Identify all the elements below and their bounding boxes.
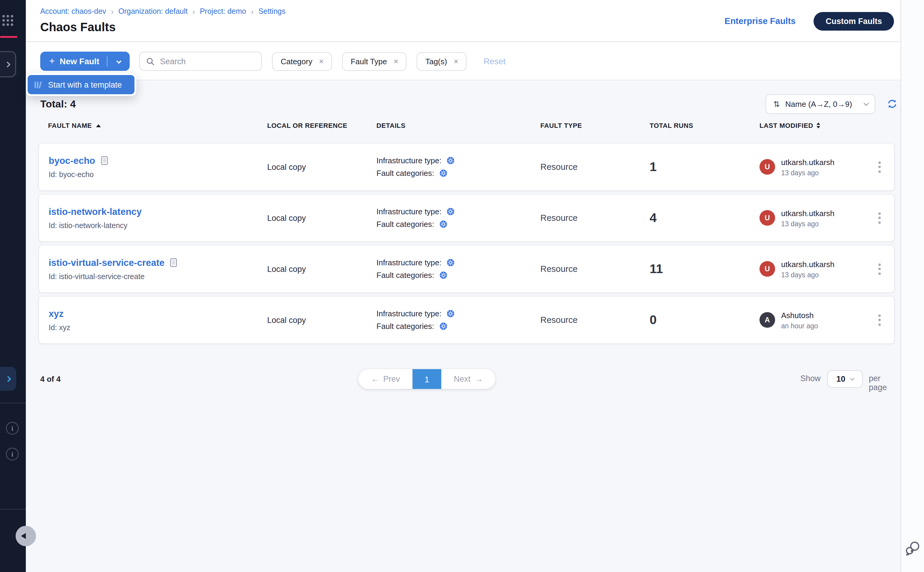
chevron-separator-icon: › [111, 8, 114, 15]
avatar: U [759, 159, 775, 175]
total-runs-value: 4 [650, 211, 759, 225]
fault-categories-label: Fault categories: [376, 169, 434, 178]
chevron-down-icon[interactable] [108, 59, 130, 63]
table-row[interactable]: istio-virtual-service-create Id: istio-v… [39, 245, 894, 293]
filter-chip-fault-type[interactable]: Fault Type × [342, 52, 407, 70]
page-size-select[interactable]: 10 [828, 370, 863, 388]
chaos-faults-page: i i Account: chaos-dev › Organization: d… [0, 0, 924, 572]
start-with-template-item[interactable]: Start with a template [28, 75, 134, 94]
left-nav-rail: i i [0, 0, 26, 572]
filter-chip-category[interactable]: Category × [272, 52, 332, 70]
close-icon[interactable]: × [454, 57, 458, 66]
header-actions: Enterprise Faults Custom Faults [725, 0, 894, 42]
chevron-right-icon [5, 376, 11, 382]
column-total-runs: TOTAL RUNS [650, 122, 759, 129]
column-last-modified[interactable]: LAST MODIFIED [759, 122, 813, 129]
last-modified-cell: U utkarsh.utkarsh 13 days ago [759, 208, 865, 227]
breadcrumb-settings[interactable]: Settings [258, 7, 285, 16]
modified-time: 13 days ago [781, 220, 835, 227]
expand-panel-button[interactable] [0, 367, 16, 391]
sort-select[interactable]: ⇅ Name (A→Z, 0→9) [765, 94, 875, 114]
table-header-row: FAULT NAME LOCAL OR REFERENCE DETAILS FA… [39, 122, 894, 129]
infrastructure-type-label: Infrastructure type: [376, 309, 442, 318]
reset-filters-link[interactable]: Reset [484, 56, 506, 66]
close-icon[interactable]: × [394, 57, 398, 66]
custom-faults-button[interactable]: Custom Faults [814, 12, 894, 30]
modified-time: 13 days ago [781, 271, 835, 278]
infrastructure-type-label: Infrastructure type: [376, 156, 442, 165]
fault-name-link[interactable]: byoc-echo [49, 155, 95, 166]
modified-by-user: Ashutosh [781, 311, 818, 320]
fault-id: Id: istio-network-latency [49, 221, 267, 230]
row-menu-button[interactable] [865, 161, 894, 173]
total-runs-value: 11 [650, 262, 759, 276]
breadcrumb-organization[interactable]: Organization: default [118, 7, 188, 16]
close-icon[interactable]: × [319, 57, 324, 66]
sort-asc-icon [96, 124, 101, 127]
new-fault-button[interactable]: + New Fault [40, 51, 130, 71]
search-input[interactable] [160, 57, 250, 66]
infrastructure-type-label: Infrastructure type: [376, 207, 442, 216]
sort-both-icon [817, 123, 820, 129]
sidebar-collapse-handle[interactable] [16, 526, 36, 546]
table-row[interactable]: istio-network-latency Id: istio-network-… [39, 194, 894, 242]
show-label: Show [800, 374, 821, 383]
modified-time: an hour ago [781, 322, 818, 329]
fault-type-value: Resource [540, 213, 650, 223]
divider [0, 403, 26, 403]
kubernetes-icon[interactable] [439, 169, 447, 177]
refresh-button[interactable] [887, 98, 898, 111]
breadcrumb-project[interactable]: Project: demo [200, 7, 246, 16]
fault-name-link[interactable]: xyz [49, 308, 64, 319]
kubernetes-icon[interactable] [439, 271, 447, 279]
filter-chip-tags[interactable]: Tag(s) × [417, 52, 467, 70]
last-modified-cell: U utkarsh.utkarsh 13 days ago [759, 260, 865, 278]
modified-time: 13 days ago [781, 169, 835, 176]
app-grid-icon[interactable] [2, 15, 13, 25]
column-fault-type: FAULT TYPE [540, 122, 650, 129]
table-row[interactable]: byoc-echo Id: byoc-echo Local copy Infra… [39, 143, 894, 191]
arrow-right-icon: → [474, 375, 483, 384]
fault-type-value: Resource [540, 162, 650, 172]
breadcrumb-account[interactable]: Account: chaos-dev [40, 7, 106, 16]
chat-help-icon[interactable] [904, 540, 921, 558]
document-icon[interactable] [170, 258, 177, 267]
fault-id: Id: byoc-echo [49, 170, 267, 179]
kubernetes-icon[interactable] [447, 259, 455, 266]
chevron-right-icon [5, 61, 11, 67]
modified-by-user: utkarsh.utkarsh [781, 208, 835, 218]
plus-icon: + [49, 56, 55, 66]
prev-page-button[interactable]: ← Prev [358, 369, 412, 389]
avatar: A [759, 312, 775, 328]
breadcrumb: Account: chaos-dev › Organization: defau… [40, 7, 285, 16]
expand-nav-button[interactable] [0, 51, 16, 78]
chevron-down-icon [850, 376, 854, 380]
page-1-button[interactable]: 1 [412, 369, 441, 389]
info-icon[interactable]: i [6, 422, 19, 435]
kubernetes-icon[interactable] [447, 208, 455, 216]
kubernetes-icon[interactable] [447, 157, 455, 165]
fault-type-value: Resource [540, 264, 650, 274]
search-icon [146, 57, 155, 66]
table-row[interactable]: xyz Id: xyz Local copy Infrastructure ty… [39, 296, 894, 344]
avatar: U [759, 210, 775, 226]
new-fault-dropdown: Start with a template [26, 73, 136, 96]
chevron-down-icon [864, 101, 868, 106]
row-menu-button[interactable] [865, 314, 894, 326]
local-or-reference-value: Local copy [267, 264, 376, 274]
enterprise-faults-link[interactable]: Enterprise Faults [725, 16, 796, 26]
row-menu-button[interactable] [865, 263, 894, 275]
document-icon[interactable] [101, 156, 108, 165]
fault-name-link[interactable]: istio-network-latency [49, 206, 142, 217]
fault-name-link[interactable]: istio-virtual-service-create [49, 257, 165, 268]
column-details: DETAILS [376, 122, 540, 129]
fault-type-value: Resource [540, 315, 650, 325]
kubernetes-icon[interactable] [439, 322, 447, 330]
row-menu-button[interactable] [865, 212, 894, 224]
next-page-button[interactable]: Next → [441, 369, 495, 389]
column-fault-name[interactable]: FAULT NAME [48, 122, 92, 129]
info-icon[interactable]: i [6, 448, 19, 460]
kubernetes-icon[interactable] [439, 220, 447, 228]
kubernetes-icon[interactable] [447, 310, 455, 317]
page-title: Chaos Faults [40, 20, 115, 34]
